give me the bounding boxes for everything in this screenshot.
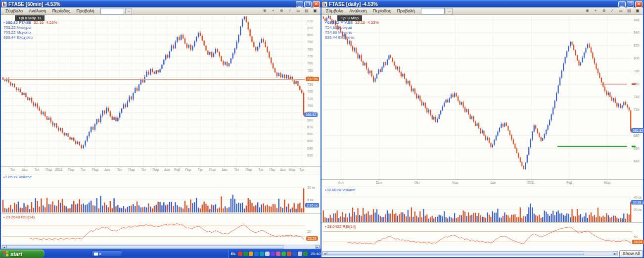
trendline-icon[interactable]: ∕	[608, 7, 616, 14]
svg-text:Δεκ: Δεκ	[490, 181, 496, 184]
menu-item-2[interactable]: Ανάλυση	[346, 8, 369, 14]
svg-text:760: 760	[307, 61, 313, 65]
scrollbar-thumb[interactable]	[327, 252, 584, 255]
ohlc-legend: ▪686.82 FTASE -32.16 -4.53% 724.86 Άνοιγ…	[325, 20, 379, 40]
window-ftase-daily: FTASE [daily] -4.53% ▁ ❐ ✕ ΣύμβολοΑνάλυσ…	[321, 0, 644, 258]
svg-text:680: 680	[307, 118, 313, 122]
chart-canvas-daily[interactable]: 860840820800780760740720680660640ΑυγΣεπΟ…	[322, 15, 643, 251]
show-all-button[interactable]: Show All	[619, 250, 643, 258]
scroll-left-arrow[interactable]: ◀	[322, 252, 327, 255]
last-price-label: 686.82	[304, 112, 318, 117]
tray-icon[interactable]	[292, 252, 297, 256]
horizontal-scrollbar[interactable]: ◀ ▶	[1, 245, 320, 249]
menu-item-4[interactable]: Προβολή	[394, 8, 417, 14]
menu-item-4[interactable]: Προβολή	[73, 8, 97, 14]
window-title: FTASE [60min] -4.53%	[8, 1, 296, 7]
windows-flag-icon	[3, 251, 8, 257]
tray-icon[interactable]	[276, 252, 280, 256]
taskbar-app-button[interactable]: ▸	[92, 251, 122, 257]
svg-text:Παρ: Παρ	[245, 168, 252, 172]
chart-icon[interactable]: ▤	[303, 7, 311, 14]
crosshair-icon[interactable]: +	[592, 7, 599, 14]
symbol-input[interactable]	[421, 8, 445, 14]
rsi-line: 50	[2, 224, 311, 240]
tray-icon[interactable]	[303, 252, 308, 256]
tray-icon[interactable]	[238, 252, 242, 256]
menu-item-1[interactable]: Σύμβολο	[2, 8, 26, 14]
close-button[interactable]: ✕	[313, 1, 320, 7]
svg-text:800: 800	[307, 33, 313, 37]
rectangle-icon[interactable]: ▭	[294, 7, 302, 14]
save-icon[interactable]: ▣	[634, 7, 642, 14]
app-icon	[1, 1, 7, 7]
tray-icon[interactable]	[281, 252, 286, 256]
svg-text:Αυγ: Αυγ	[338, 181, 344, 185]
rsi-line: 50	[322, 227, 638, 245]
svg-text:790: 790	[307, 40, 313, 44]
volume-pane-header: ▪30.88 εκ Volume	[325, 188, 356, 192]
menu-item-1[interactable]: Σύμβολο	[323, 8, 346, 14]
language-indicator[interactable]: EL	[231, 252, 236, 256]
zoom-out-icon[interactable]: ⊖	[600, 7, 608, 14]
tray-icon[interactable]	[243, 252, 248, 256]
symbol-input[interactable]	[100, 8, 124, 14]
tray-icon[interactable]	[287, 252, 291, 256]
svg-text:20 εκ: 20 εκ	[634, 208, 642, 211]
tray-icon[interactable]	[254, 252, 259, 256]
svg-text:50: 50	[307, 230, 311, 233]
svg-text:Δευ: Δευ	[164, 168, 170, 171]
svg-text:740: 740	[634, 95, 640, 99]
menu-item-3[interactable]: Περίοδος	[369, 8, 394, 14]
scroll-left-arrow[interactable]: ◀	[2, 245, 6, 249]
taskbar: start ▸ EL 20:40	[0, 250, 322, 258]
tray-icon[interactable]	[265, 252, 270, 256]
scrollbar-thumb[interactable]	[6, 245, 283, 249]
minimize-button[interactable]: ▁	[296, 1, 303, 7]
svg-text:820: 820	[307, 19, 313, 23]
zoom-in-icon[interactable]: ⊕	[583, 7, 591, 14]
menu-item-3[interactable]: Περίοδος	[49, 8, 73, 14]
taskbar-clock[interactable]: 20:40	[311, 252, 321, 256]
svg-text:50: 50	[634, 235, 638, 239]
tray-icon[interactable]	[271, 252, 275, 256]
svg-text:800: 800	[634, 56, 640, 60]
zoom-out-icon[interactable]: ⊖	[277, 7, 285, 14]
maximize-button[interactable]: ❐	[627, 1, 634, 7]
system-tray: EL 20:40	[229, 250, 322, 258]
ohlc-legend: ▪686.82 FTASE -32.16 -4.53% 703.22 Άνοιγ…	[3, 20, 57, 40]
close-button[interactable]: ✕	[635, 1, 643, 7]
svg-text:Νοε: Νοε	[452, 181, 458, 184]
svg-text:Οκτ: Οκτ	[414, 181, 420, 184]
rectangle-icon[interactable]: ▭	[617, 7, 625, 14]
trendline-icon[interactable]: ∕	[286, 7, 294, 14]
volume-value-label: 30.88 εκ	[631, 200, 644, 205]
svg-text:720: 720	[634, 108, 640, 111]
svg-text:640: 640	[634, 159, 640, 163]
svg-text:720: 720	[307, 90, 313, 93]
scroll-right-arrow[interactable]: ▶	[315, 245, 320, 249]
zoom-in-icon[interactable]: ⊕	[261, 7, 269, 14]
chart-icon[interactable]: ▤	[625, 7, 633, 14]
svg-text:Τετ: Τετ	[10, 168, 15, 171]
horizontal-scrollbar[interactable]: ◀ ▶	[322, 251, 618, 256]
maximize-button[interactable]: ❐	[304, 1, 312, 7]
svg-text:Τρι: Τρι	[198, 168, 203, 172]
scroll-right-arrow[interactable]: ▶	[613, 252, 617, 255]
svg-text:Τετ: Τετ	[234, 168, 239, 171]
go-button[interactable]: →	[446, 8, 453, 14]
svg-text:2011: 2011	[55, 168, 63, 171]
tray-icon[interactable]	[260, 252, 264, 256]
minimize-button[interactable]: ▁	[618, 1, 626, 7]
svg-text:Δευ: Δευ	[280, 168, 286, 171]
go-button[interactable]: →	[125, 8, 132, 14]
crosshair-icon[interactable]: +	[269, 7, 277, 14]
tray-icon[interactable]	[249, 252, 253, 256]
menu-item-2[interactable]: Ανάλυση	[26, 8, 49, 14]
chart-canvas-60min[interactable]: 8208108007907807707607507407307207107006…	[1, 15, 321, 246]
start-button[interactable]: start	[0, 250, 45, 258]
svg-text:Πεμ: Πεμ	[185, 168, 191, 172]
svg-text:Φεβ: Φεβ	[174, 168, 180, 172]
rsi-value-label: 28.04	[632, 240, 644, 244]
tray-icon[interactable]	[298, 252, 302, 256]
save-icon[interactable]: ▣	[311, 7, 319, 14]
